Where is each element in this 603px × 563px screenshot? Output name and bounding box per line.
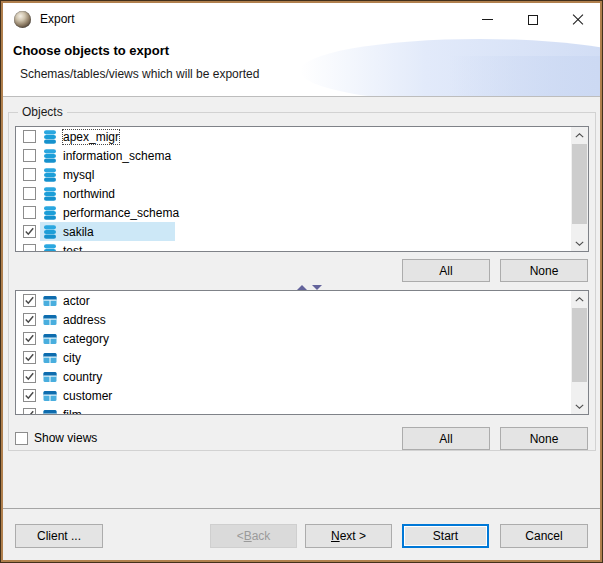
row-selection-area: northwind	[40, 184, 117, 203]
schema-list[interactable]: apex_migr	[15, 126, 589, 252]
row-label: actor	[63, 294, 90, 308]
table-icon	[42, 388, 58, 404]
close-button[interactable]	[555, 3, 600, 36]
list-item[interactable]: apex_migr	[16, 127, 571, 146]
row-label: test	[63, 244, 82, 252]
list-item[interactable]: country	[16, 367, 571, 386]
maximize-button[interactable]	[510, 3, 555, 36]
row-selection-area: mysql	[40, 165, 96, 184]
table-scrollbar[interactable]	[571, 291, 588, 414]
row-checkbox[interactable]	[23, 187, 36, 200]
dialog-frame: Export Choose objects to export Schemas/…	[1, 1, 602, 562]
tables-all-button[interactable]: All	[402, 427, 490, 450]
wizard-header: Choose objects to export Schemas/tables/…	[3, 36, 600, 97]
database-icon	[42, 129, 58, 145]
table-icon	[42, 350, 58, 366]
row-checkbox[interactable]	[23, 408, 36, 414]
splitter-up-icon[interactable]	[297, 285, 307, 290]
list-item[interactable]: mysql	[16, 165, 571, 184]
schema-scrollbar[interactable]	[571, 127, 588, 251]
row-checkbox[interactable]	[23, 206, 36, 219]
show-views-checkbox[interactable]	[15, 432, 28, 445]
row-selection-area: customer	[40, 386, 114, 405]
close-icon	[572, 14, 584, 26]
row-checkbox[interactable]	[23, 244, 36, 251]
table-list[interactable]: actor a	[15, 290, 589, 415]
window-controls	[465, 3, 600, 36]
list-item[interactable]: category	[16, 329, 571, 348]
dialog-body: Objects	[3, 98, 600, 560]
titlebar[interactable]: Export	[3, 3, 600, 36]
show-views-option[interactable]: Show views	[15, 431, 97, 445]
table-rows: actor a	[16, 291, 571, 414]
table-icon	[42, 293, 58, 309]
list-item[interactable]: northwind	[16, 184, 571, 203]
row-checkbox[interactable]	[23, 370, 36, 383]
window-title: Export	[40, 3, 75, 36]
row-label: city	[63, 351, 81, 365]
list-item[interactable]: actor	[16, 291, 571, 310]
database-icon	[42, 224, 58, 240]
scrollbar-thumb[interactable]	[572, 144, 587, 224]
database-icon	[42, 167, 58, 183]
row-label: apex_migr	[63, 130, 119, 144]
checkmark-icon	[24, 333, 35, 344]
row-label: category	[63, 332, 109, 346]
list-item[interactable]: customer	[16, 386, 571, 405]
next-button[interactable]: Next >	[305, 524, 392, 548]
page-subtitle: Schemas/tables/views which will be expor…	[20, 67, 259, 81]
scroll-up-icon[interactable]	[571, 291, 588, 307]
row-selection-area: information_schema	[40, 146, 173, 165]
list-item[interactable]: performance_schema	[16, 203, 571, 222]
row-label: film	[63, 408, 82, 415]
splitter-down-icon[interactable]	[312, 285, 322, 290]
scrollbar-thumb[interactable]	[572, 308, 587, 382]
row-checkbox[interactable]	[23, 313, 36, 326]
table-icon	[42, 369, 58, 385]
checkmark-icon	[24, 352, 35, 363]
row-checkbox[interactable]	[23, 294, 36, 307]
client-button[interactable]: Client ...	[15, 524, 103, 548]
header-swoosh-decoration-2	[450, 56, 600, 97]
row-label: customer	[63, 389, 112, 403]
row-checkbox[interactable]	[23, 225, 36, 238]
checkmark-icon	[24, 226, 35, 237]
row-checkbox[interactable]	[23, 130, 36, 143]
row-selection-area: address	[40, 310, 108, 329]
list-item[interactable]: test	[16, 241, 571, 251]
row-checkbox[interactable]	[23, 332, 36, 345]
row-selection-area: apex_migr	[40, 127, 121, 146]
tables-none-button[interactable]: None	[500, 427, 588, 450]
back-button[interactable]: < Back	[210, 524, 297, 548]
cancel-button[interactable]: Cancel	[500, 524, 588, 548]
list-item[interactable]: address	[16, 310, 571, 329]
database-icon	[42, 205, 58, 221]
list-item[interactable]: information_schema	[16, 146, 571, 165]
start-button[interactable]: Start	[402, 524, 489, 548]
scroll-down-icon[interactable]	[571, 235, 588, 251]
minimize-button[interactable]	[465, 3, 510, 36]
row-checkbox[interactable]	[23, 168, 36, 181]
row-selection-area: city	[40, 348, 83, 367]
checkmark-icon	[24, 295, 35, 306]
table-icon	[42, 312, 58, 328]
database-icon	[42, 243, 58, 252]
row-label: information_schema	[63, 149, 171, 163]
list-item[interactable]: sakila	[16, 222, 571, 241]
list-item[interactable]: film	[16, 405, 571, 414]
row-label: country	[63, 370, 102, 384]
schemas-all-button[interactable]: All	[402, 259, 490, 282]
row-label: performance_schema	[63, 206, 179, 220]
row-selection-area: category	[40, 329, 111, 348]
schemas-none-button[interactable]: None	[500, 259, 588, 282]
list-item[interactable]: city	[16, 348, 571, 367]
row-checkbox[interactable]	[23, 389, 36, 402]
scroll-down-icon[interactable]	[571, 398, 588, 414]
row-label: sakila	[63, 225, 94, 239]
row-checkbox[interactable]	[23, 149, 36, 162]
scroll-up-icon[interactable]	[571, 127, 588, 143]
objects-group: Objects	[8, 112, 596, 451]
table-icon	[42, 331, 58, 347]
row-selection-area: test	[40, 241, 84, 251]
row-checkbox[interactable]	[23, 351, 36, 364]
